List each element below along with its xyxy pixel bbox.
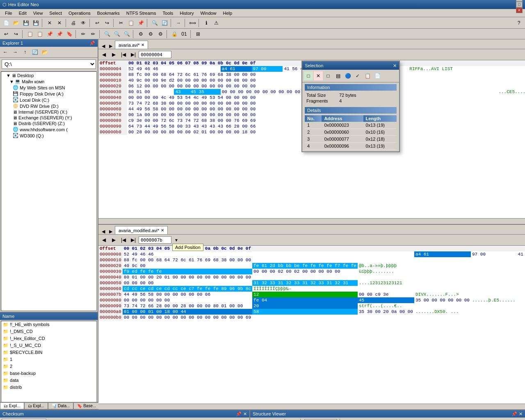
menu-view[interactable]: View bbox=[30, 10, 46, 16]
print-preview-button[interactable]: 👁 bbox=[79, 18, 88, 27]
paste-button[interactable]: 📌 bbox=[136, 18, 145, 27]
find-button[interactable]: 🔍 bbox=[150, 18, 159, 27]
sel-btn6[interactable]: ✓ bbox=[353, 71, 362, 80]
he2-nav-left[interactable]: ◀ bbox=[100, 229, 107, 234]
help-tb-button[interactable]: ? bbox=[514, 18, 523, 27]
close-button[interactable]: ✕ bbox=[516, 7, 523, 13]
sel-btn8[interactable]: 📄 bbox=[373, 71, 382, 80]
tb2-btn15[interactable]: ⚙ bbox=[156, 30, 165, 39]
tb2-btn3[interactable]: 📋 bbox=[25, 30, 34, 39]
structure-close-icon[interactable]: ✕ bbox=[519, 411, 523, 417]
menu-file[interactable]: File bbox=[2, 10, 16, 16]
tb2-btn18[interactable]: ⊞ bbox=[194, 30, 203, 39]
tb2-btn2[interactable]: ↪ bbox=[11, 30, 21, 39]
he2-tab-modified[interactable]: avaria_modified.avi* ✕ bbox=[115, 226, 168, 234]
name-recycle[interactable]: 📁 $RECYCLE.BIN bbox=[1, 349, 96, 356]
explorer-pin-icon[interactable]: 📌 bbox=[89, 41, 95, 46]
tree-item-desktop[interactable]: ▼🖥 Desktop bbox=[2, 73, 96, 78]
tab-base[interactable]: 🔖 Base... bbox=[73, 402, 100, 409]
exp-refresh-button[interactable]: 🔄 bbox=[30, 48, 39, 57]
info-button[interactable]: ℹ bbox=[202, 18, 211, 27]
he1-close-icon[interactable]: ✕ bbox=[141, 43, 144, 47]
exp-forward-button[interactable]: → bbox=[11, 48, 20, 57]
compare-button[interactable]: ⟺ bbox=[188, 18, 197, 27]
he2-back-btn[interactable]: ◀ bbox=[99, 235, 108, 244]
tb2-btn5[interactable]: 📌 bbox=[45, 30, 54, 39]
maximize-button[interactable]: □ bbox=[516, 2, 523, 7]
he2-forward-btn[interactable]: ▶ bbox=[109, 235, 118, 244]
sel-btn1[interactable]: □ bbox=[304, 71, 313, 80]
name-data[interactable]: 📁 data bbox=[1, 377, 96, 384]
tab-data[interactable]: 📊 Data... bbox=[48, 402, 73, 409]
cut-button[interactable]: ✂ bbox=[116, 18, 126, 27]
sel-btn5[interactable]: 🔵 bbox=[343, 71, 352, 80]
cs-sum-btn[interactable]: Σ bbox=[69, 418, 78, 420]
tb2-btn14[interactable]: ⚙ bbox=[146, 30, 155, 39]
redo-button[interactable]: ↪ bbox=[103, 18, 112, 27]
tb2-btn16[interactable]: 🔒 bbox=[170, 30, 179, 39]
menu-help[interactable]: Help bbox=[220, 10, 236, 16]
exp-open-button[interactable]: 📂 bbox=[40, 48, 49, 57]
sel-btn2[interactable]: ✕ bbox=[314, 71, 323, 80]
name-su-mc[interactable]: 📁 !_S_U_MC_CD bbox=[1, 342, 96, 349]
he1-nav-right[interactable]: ▶ bbox=[107, 43, 114, 49]
sel-btn4[interactable]: ▤ bbox=[333, 71, 342, 80]
menu-history[interactable]: History bbox=[176, 10, 197, 16]
he1-hscrollbar[interactable] bbox=[98, 218, 525, 224]
print-button[interactable]: 🖨 bbox=[69, 18, 78, 27]
menu-ntfs[interactable]: NTFS Streams bbox=[123, 10, 160, 16]
st-btn1[interactable]: 📂 bbox=[252, 418, 261, 420]
undo-button[interactable]: ↩ bbox=[93, 18, 102, 27]
menu-edit[interactable]: Edit bbox=[16, 10, 30, 16]
tb2-btn13[interactable]: ⚙ bbox=[136, 30, 145, 39]
st-btn3[interactable]: 📋 bbox=[273, 418, 282, 420]
sel-btn3[interactable]: □ bbox=[324, 71, 333, 80]
he1-back-btn[interactable]: ◀ bbox=[99, 50, 108, 59]
save-button[interactable]: 💾 bbox=[21, 18, 30, 27]
open-button[interactable]: 📂 bbox=[11, 18, 21, 27]
menu-tools[interactable]: Tools bbox=[160, 10, 177, 16]
menu-select[interactable]: Select bbox=[46, 10, 65, 16]
he1-tab-avaria[interactable]: avaria.avi* ✕ bbox=[115, 41, 148, 49]
tree-item-maincomp[interactable]: ▼💻 Майн комп bbox=[2, 78, 96, 84]
tb2-btn10[interactable]: 🔍 bbox=[103, 30, 112, 39]
structure-pin-icon[interactable]: 📌 bbox=[511, 411, 517, 417]
tree-item-dvd[interactable]: 📀 DVD RW Drive (D:) bbox=[2, 103, 96, 109]
exp-up-button[interactable]: ↑ bbox=[21, 48, 30, 57]
new-button[interactable]: 📄 bbox=[2, 18, 11, 27]
name-he-symbols[interactable]: 📁 !!_HE_with symbols bbox=[1, 321, 96, 328]
tree-item-localc[interactable]: 💽 Local Disk (C:) bbox=[2, 97, 96, 103]
tree-item-internal[interactable]: 🖥 Internal (\\SERVER) (X:) bbox=[2, 109, 96, 115]
save-all-button[interactable]: 💾 bbox=[31, 18, 40, 27]
warn-button[interactable]: ⚠ bbox=[212, 18, 221, 27]
he2-end-btn[interactable]: ▶| bbox=[129, 235, 138, 244]
menu-bookmarks[interactable]: Bookmarks bbox=[94, 10, 123, 16]
tab-explorer2[interactable]: 🗂 Expl... bbox=[24, 402, 48, 409]
tab-explorer1[interactable]: 🗂 Expl... bbox=[0, 402, 24, 409]
close-all-button[interactable]: ✕ bbox=[55, 18, 64, 27]
he1-forward-btn[interactable]: ▶ bbox=[109, 50, 118, 59]
replace-button[interactable]: 🔄 bbox=[160, 18, 169, 27]
he2-address-input[interactable] bbox=[139, 236, 171, 244]
he2-nav-right[interactable]: ▶ bbox=[107, 229, 114, 234]
checksum-pin-icon[interactable]: 📌 bbox=[236, 411, 242, 417]
tb2-btn11[interactable]: 🔍 bbox=[112, 30, 121, 39]
cs-stop-btn[interactable]: ■ bbox=[59, 418, 68, 420]
name-base-backup[interactable]: 📁 base-backup bbox=[1, 370, 96, 377]
sel-btn7[interactable]: 📋 bbox=[363, 71, 372, 80]
cs-sigma-btn[interactable]: Σ bbox=[80, 418, 89, 420]
tree-item-wd300[interactable]: 💽 WD300 (Q:) bbox=[2, 132, 96, 139]
tb2-btn6[interactable]: 📌 bbox=[55, 30, 64, 39]
st-btn4[interactable]: ⚙ bbox=[289, 418, 298, 420]
st-btn5[interactable]: ◀ bbox=[344, 418, 353, 420]
goto-button[interactable]: → bbox=[174, 18, 183, 27]
st-btn7[interactable]: 📊 bbox=[365, 418, 374, 420]
close-button-tb[interactable]: ✕ bbox=[45, 18, 54, 27]
name-1[interactable]: 📁 1 bbox=[1, 356, 96, 363]
tb2-btn7[interactable]: 🔖 bbox=[65, 30, 74, 39]
he2-add-pos-btn[interactable]: ▼ bbox=[172, 235, 180, 244]
tb2-btn8[interactable]: ✏ bbox=[79, 30, 88, 39]
hex-editor-2-content[interactable]: Offset 00 01 02 03 04 05 06 07 08 09 0a … bbox=[98, 246, 525, 404]
st-btn6[interactable]: ▶ bbox=[354, 418, 363, 420]
name-dms-cd[interactable]: 📁 !_DMS_CD bbox=[1, 328, 96, 335]
